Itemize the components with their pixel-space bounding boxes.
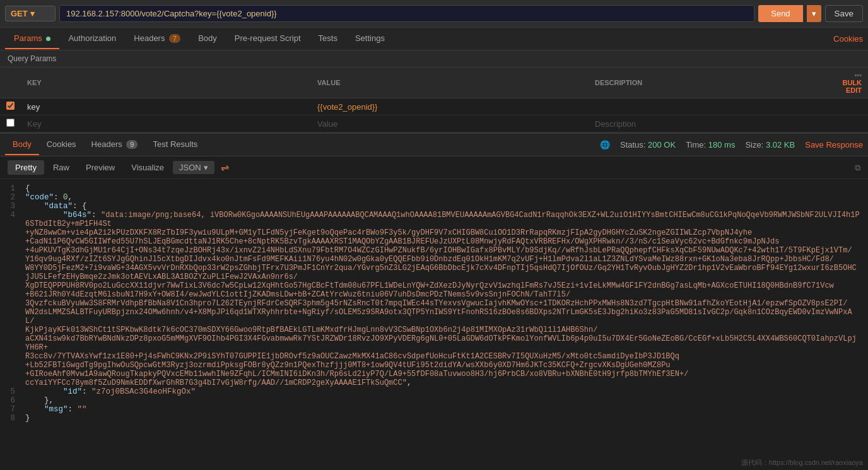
row1-value: {{vote2_openid}} (311, 98, 589, 115)
wrap-icon[interactable]: ⇌ (221, 162, 229, 173)
response-tabs: Body Cookies Headers 9 Test Results 🌐 St… (0, 134, 868, 156)
send-dropdown-button[interactable]: ▾ (807, 5, 821, 22)
bulk-edit-label[interactable]: Bulk Edit (842, 79, 862, 94)
dots-icon[interactable]: ••• (854, 71, 862, 79)
tab-prerequest[interactable]: Pre-request Script (226, 28, 310, 49)
body-section: Body Cookies Headers 9 Test Results 🌐 St… (0, 132, 868, 444)
url-input[interactable] (59, 5, 754, 22)
col-header-description: DESCRIPTION (589, 68, 830, 98)
params-dot (46, 37, 50, 41)
row2-value[interactable]: Value (311, 115, 589, 132)
row1-checkbox[interactable] (6, 102, 15, 110)
row1-key: key (21, 98, 311, 115)
format-pretty-btn[interactable]: Pretty (8, 160, 44, 175)
row2-description[interactable]: Description (589, 115, 830, 132)
row1-actions (830, 98, 868, 115)
headers-badge: 7 (169, 34, 180, 43)
time-text: Time: 180 ms (686, 140, 735, 150)
tab-settings[interactable]: Settings (346, 28, 394, 49)
status-text: Status: 200 OK (620, 140, 676, 150)
tab-test-results[interactable]: Test Results (145, 134, 205, 155)
tab-params[interactable]: Params (5, 28, 59, 49)
json-line-1: 1 { (0, 184, 868, 193)
tab-cookies-response[interactable]: Cookies (39, 134, 84, 155)
col-header-key: KEY (21, 68, 311, 98)
tab-authorization[interactable]: Authorization (59, 28, 125, 49)
status-bar: 🌐 Status: 200 OK Time: 180 ms Size: 3.02… (600, 140, 863, 150)
row1-checkbox-cell (0, 98, 21, 115)
params-table: KEY VALUE DESCRIPTION ••• Bulk Edit key … (0, 68, 868, 132)
col-header-checkbox (0, 68, 21, 98)
row2-checkbox[interactable] (6, 119, 15, 127)
watermark: 源代码：https://blog.csdn.net/raoxiaoya (741, 458, 863, 467)
json-line-3: 3 "data": { (0, 202, 868, 211)
method-label: GET (11, 9, 28, 18)
json-content: 1 { 2 "code": 0, 3 "data": { 4 "b64s": "… (0, 179, 868, 444)
col-header-value: VALUE (311, 68, 589, 98)
globe-icon: 🌐 (600, 140, 610, 150)
tab-headers[interactable]: Headers 7 (125, 28, 189, 49)
json-line-5: 5 "id": "z7oj0BSAc3G4eoHFkgOx" (0, 387, 868, 396)
format-visualize-btn[interactable]: Visualize (124, 160, 172, 175)
copy-icon[interactable]: ⧉ (855, 163, 860, 173)
format-row: Pretty Raw Preview Visualize JSON ▾ ⇌ ⧉ (0, 156, 868, 179)
status-code: 200 OK (648, 140, 676, 150)
col-header-actions: ••• Bulk Edit (830, 68, 868, 98)
row1-description (589, 98, 830, 115)
size-text: Size: 3.02 KB (745, 140, 795, 150)
row2-key[interactable]: Key (21, 115, 311, 132)
json-line-8: 8 } (0, 414, 868, 423)
dropdown-chevron-icon: ▾ (204, 163, 208, 172)
table-row-empty: Key Value Description (0, 115, 868, 132)
json-line-2: 2 "code": 0, (0, 193, 868, 202)
send-button[interactable]: Send (758, 5, 802, 22)
table-row: key {{vote2_openid}} (0, 98, 868, 115)
cookies-link[interactable]: Cookies (833, 34, 863, 44)
json-line-6: 6 }, (0, 396, 868, 405)
format-raw-btn[interactable]: Raw (45, 160, 77, 175)
tab-body-response[interactable]: Body (5, 134, 39, 155)
time-value: 180 ms (708, 140, 736, 150)
save-response-button[interactable]: Save Response (805, 140, 863, 150)
method-select[interactable]: GET ▾ (5, 6, 56, 21)
method-chevron-icon: ▾ (30, 9, 35, 18)
format-preview-btn[interactable]: Preview (78, 160, 122, 175)
json-line-4: 4 "b64s": "data:image/png;base64, iVBORw… (0, 211, 868, 387)
row2-checkbox-cell (0, 115, 21, 132)
url-bar: GET ▾ Send ▾ Save (0, 0, 868, 28)
size-value: 3.02 KB (766, 140, 795, 150)
headers-response-badge: 9 (126, 140, 138, 149)
tab-headers-response[interactable]: Headers 9 (84, 134, 146, 155)
json-line-7: 7 "msg": "" (0, 405, 868, 414)
json-format-dropdown[interactable]: JSON ▾ (173, 161, 214, 174)
save-button[interactable]: Save (825, 5, 863, 22)
request-tabs: Params Authorization Headers 7 Body Pre-… (0, 28, 868, 50)
row2-actions (830, 115, 868, 132)
tab-tests[interactable]: Tests (310, 28, 346, 49)
query-params-header: Query Params (0, 50, 868, 68)
tab-body[interactable]: Body (189, 28, 226, 49)
